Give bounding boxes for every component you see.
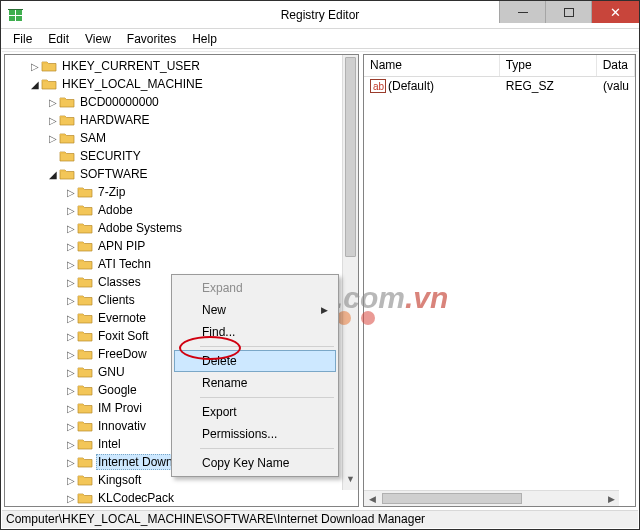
menu-view[interactable]: View (77, 30, 119, 48)
menu-help[interactable]: Help (184, 30, 225, 48)
minimize-button[interactable] (499, 1, 545, 23)
ctx-expand[interactable]: Expand (174, 277, 336, 299)
scroll-left-arrow[interactable]: ◀ (364, 491, 380, 506)
expand-icon[interactable]: ▷ (65, 349, 77, 360)
horizontal-scrollbar[interactable]: ◀ ▶ (364, 490, 619, 506)
collapse-icon[interactable]: ◢ (47, 169, 59, 180)
menu-favorites[interactable]: Favorites (119, 30, 184, 48)
expand-icon[interactable]: ▷ (65, 421, 77, 432)
expand-icon[interactable]: ▷ (65, 475, 77, 486)
folder-icon (59, 167, 75, 181)
expand-icon[interactable]: ▷ (65, 313, 77, 324)
svg-rect-2 (9, 16, 15, 21)
expand-icon[interactable]: ▷ (65, 241, 77, 252)
folder-icon (77, 383, 93, 397)
tree-node[interactable]: ▷7-Zip (5, 183, 358, 201)
expand-icon[interactable]: ▷ (65, 403, 77, 414)
expand-icon[interactable]: ▷ (65, 223, 77, 234)
tree-node-label: SOFTWARE (78, 167, 150, 181)
tree-node[interactable]: ▷KLCodecPack (5, 489, 358, 507)
menu-file[interactable]: File (5, 30, 40, 48)
tree-node-label: BCD00000000 (78, 95, 161, 109)
svg-rect-0 (9, 10, 15, 15)
expand-icon[interactable]: ▷ (65, 295, 77, 306)
tree-node-label: Evernote (96, 311, 148, 325)
tree-node-label: 7-Zip (96, 185, 127, 199)
tree-node-label: Kingsoft (96, 473, 143, 487)
tree-node-label: Clients (96, 293, 137, 307)
tree-node[interactable]: ▷Adobe (5, 201, 358, 219)
folder-icon (77, 419, 93, 433)
expand-icon[interactable]: ▷ (65, 457, 77, 468)
expand-icon[interactable]: ▷ (47, 133, 59, 144)
expand-icon[interactable]: ▷ (65, 331, 77, 342)
tree-node[interactable]: ▷Adobe Systems (5, 219, 358, 237)
expand-icon[interactable]: ▷ (65, 385, 77, 396)
tree-node[interactable]: ▷HARDWARE (5, 111, 358, 129)
col-name[interactable]: Name (364, 55, 500, 76)
scroll-thumb[interactable] (345, 57, 356, 257)
ctx-permissions[interactable]: Permissions... (174, 423, 336, 445)
tree-node-label: Foxit Soft (96, 329, 151, 343)
folder-icon (77, 329, 93, 343)
scroll-down-arrow[interactable]: ▼ (343, 474, 358, 490)
tree-node[interactable]: ▷SAM (5, 129, 358, 147)
tree-node[interactable]: ▷APN PIP (5, 237, 358, 255)
expand-icon[interactable]: ▷ (65, 259, 77, 270)
expand-icon[interactable]: ▷ (29, 61, 41, 72)
folder-icon (77, 239, 93, 253)
close-button[interactable]: ✕ (591, 1, 639, 23)
ctx-find[interactable]: Find... (174, 321, 336, 343)
tree-node-label: APN PIP (96, 239, 147, 253)
ctx-rename[interactable]: Rename (174, 372, 336, 394)
folder-icon (59, 113, 75, 127)
expand-icon[interactable]: ▷ (65, 187, 77, 198)
tree-node[interactable]: ▷BCD00000000 (5, 93, 358, 111)
ctx-copy-key-name[interactable]: Copy Key Name (174, 452, 336, 474)
tree-node[interactable]: ▷ATI Techn (5, 255, 358, 273)
menu-edit[interactable]: Edit (40, 30, 77, 48)
hscroll-thumb[interactable] (382, 493, 522, 504)
folder-icon (77, 257, 93, 271)
folder-icon (77, 455, 93, 469)
folder-icon (77, 311, 93, 325)
regedit-icon (7, 6, 25, 24)
string-value-icon: ab (370, 79, 386, 93)
value-row[interactable]: ab (Default) REG_SZ (valu (364, 77, 635, 95)
folder-icon (77, 401, 93, 415)
maximize-button[interactable] (545, 1, 591, 23)
col-type[interactable]: Type (500, 55, 597, 76)
ctx-new[interactable]: New▶ (174, 299, 336, 321)
tree-node-label: ATI Techn (96, 257, 153, 271)
tree-node[interactable]: ▷HKEY_CURRENT_USER (5, 57, 358, 75)
folder-icon (59, 131, 75, 145)
tree-node-label: HKEY_LOCAL_MACHINE (60, 77, 205, 91)
tree-node-label: Adobe Systems (96, 221, 184, 235)
tree-node[interactable]: ◢SOFTWARE (5, 165, 358, 183)
expand-icon[interactable]: ▷ (65, 367, 77, 378)
col-data[interactable]: Data (597, 55, 635, 76)
tree-node[interactable]: ◢HKEY_LOCAL_MACHINE (5, 75, 358, 93)
vertical-scrollbar[interactable]: ▲ ▼ (342, 55, 358, 490)
tree-node-label: SAM (78, 131, 108, 145)
expand-icon[interactable]: ▷ (47, 97, 59, 108)
svg-rect-1 (16, 10, 22, 15)
expand-icon[interactable]: ▷ (65, 439, 77, 450)
values-pane[interactable]: Name Type Data ab (Default) REG_SZ (valu… (363, 54, 636, 507)
expand-icon[interactable]: ▷ (65, 205, 77, 216)
folder-icon (77, 221, 93, 235)
expand-icon[interactable]: ▷ (65, 493, 77, 504)
value-name: (Default) (388, 79, 434, 93)
ctx-export[interactable]: Export (174, 401, 336, 423)
scroll-right-arrow[interactable]: ▶ (603, 491, 619, 506)
svg-rect-4 (8, 9, 23, 10)
expand-icon[interactable]: ▷ (65, 277, 77, 288)
expand-icon[interactable]: ▷ (47, 115, 59, 126)
folder-icon (77, 293, 93, 307)
tree-node-label: IM Provi (96, 401, 144, 415)
tree-node-label: FreeDow (96, 347, 149, 361)
tree-node[interactable]: SECURITY (5, 147, 358, 165)
menu-bar: File Edit View Favorites Help (1, 29, 639, 49)
collapse-icon[interactable]: ◢ (29, 79, 41, 90)
ctx-delete[interactable]: Delete (174, 350, 336, 372)
